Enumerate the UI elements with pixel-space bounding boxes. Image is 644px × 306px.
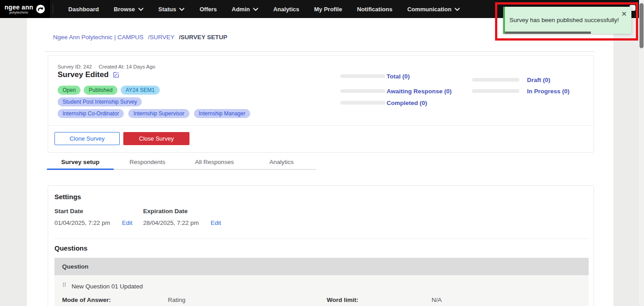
survey-summary-card: Survey ID: 242 Created At: 14 Days Ago S…: [48, 55, 594, 153]
mode-of-answer-label: Mode of Answer:: [62, 297, 111, 303]
breadcrumb-survey-link[interactable]: /SURVEY: [148, 34, 175, 41]
stat-bar-awaiting: [340, 89, 385, 93]
chevron-down-icon: [253, 6, 258, 13]
chevron-down-icon: [455, 6, 460, 13]
toast-progress-bar: [505, 32, 591, 34]
role-badge: Internship Co-Ordinator: [58, 109, 124, 118]
success-toast: Survey has been published successfully! …: [503, 7, 631, 34]
question-title: New Question 01 Updated: [72, 283, 143, 290]
tab-respondents[interactable]: Respondents: [114, 156, 181, 169]
settings-heading: Settings: [54, 193, 81, 201]
role-badge: Internship Supervisor: [128, 109, 189, 118]
stat-label-completed: Completed (0): [387, 100, 427, 106]
stat-bar-total: [340, 74, 385, 78]
breadcrumb-current: /SURVEY SETUP: [179, 34, 227, 41]
survey-id: Survey ID: 242: [58, 64, 92, 69]
survey-type-badge: Student Post Internship Survey: [58, 97, 142, 106]
nav-item-dashboard[interactable]: Dashboard: [68, 6, 99, 13]
stat-bar-draft: [472, 78, 519, 82]
clone-survey-button[interactable]: Clone Survey: [54, 132, 120, 145]
nav-separator: [53, 4, 53, 14]
stat-label-total: Total (0): [387, 73, 410, 80]
nav-item-notifications[interactable]: Notifications: [357, 6, 392, 13]
stat-bar-in-progress: [472, 89, 519, 93]
divider: [45, 51, 594, 52]
divider: [54, 238, 588, 239]
active-tab-indicator: [47, 169, 114, 170]
survey-title: Survey Edited: [58, 70, 108, 79]
status-badge-row: Open Published AY24 SEM1: [58, 86, 160, 95]
close-icon[interactable]: ✕: [621, 10, 627, 17]
status-badge: Published: [84, 86, 117, 95]
word-limit-label: Word limit:: [327, 297, 358, 303]
breadcrumb: Ngee Ann Polytechnic | CAMPUS /SURVEY /S…: [53, 34, 230, 41]
start-date-label: Start Date: [54, 208, 83, 215]
mode-of-answer-value: Rating: [168, 297, 185, 303]
nav-item-offers[interactable]: Offers: [199, 6, 216, 13]
type-badge-row: Student Post Internship Survey: [58, 97, 142, 106]
status-badge: Open: [58, 86, 81, 95]
stat-label-in-progress: In Progress (0): [527, 88, 570, 95]
start-date-value: 01/04/2025, 7:22 pm: [54, 219, 110, 226]
stat-label-draft: Draft (0): [527, 77, 550, 83]
word-limit-value: N/A: [432, 297, 442, 303]
logo-line2: polytechnic: [5, 11, 33, 14]
nav-items: Dashboard Browse Status Offers Admin Ana…: [68, 6, 460, 13]
page-scrollbar[interactable]: [639, 0, 644, 306]
tab-all-responses[interactable]: All Responses: [181, 156, 248, 169]
nav-item-my-profile[interactable]: My Profile: [314, 6, 342, 13]
toast-message: Survey has been published successfully!: [509, 17, 619, 23]
survey-meta: Survey ID: 242 Created At: 14 Days Ago: [58, 64, 161, 69]
question-row: ⠿ New Question 01 Updated Mode of Answer…: [54, 276, 589, 306]
tab-survey-setup[interactable]: Survey setup: [47, 156, 114, 169]
divider: [48, 125, 594, 126]
questions-heading: Questions: [54, 244, 87, 252]
edit-survey-title-icon[interactable]: [113, 71, 120, 78]
role-badge: Internship Manager: [194, 109, 250, 118]
edit-expiration-date-link[interactable]: Edit: [211, 219, 221, 226]
nav-item-communication[interactable]: Communication: [407, 6, 460, 13]
np-logo[interactable]: ngee ann polytechnic: [0, 0, 50, 18]
app-viewport: ngee ann polytechnic Dashboard Browse St…: [0, 0, 644, 306]
term-badge: AY24 SEM1: [121, 86, 159, 95]
tab-analytics[interactable]: Analytics: [248, 156, 315, 169]
survey-created-at: Created At: 14 Days Ago: [99, 64, 155, 69]
nav-item-browse[interactable]: Browse: [114, 6, 144, 13]
np-logo-icon: [36, 4, 45, 14]
stat-label-awaiting: Awaiting Response (0): [387, 88, 452, 95]
nav-item-admin[interactable]: Admin: [232, 6, 258, 13]
logo-line1: ngee ann: [5, 4, 33, 10]
question-table-header: Question: [54, 258, 589, 275]
survey-setup-card: Settings Start Date Expiration Date 01/0…: [48, 185, 594, 306]
role-badge-row: Internship Co-Ordinator Internship Super…: [58, 109, 250, 118]
nav-item-analytics[interactable]: Analytics: [273, 6, 299, 13]
expiration-date-value: 28/04/2025, 7:22 pm: [143, 219, 199, 226]
nav-item-status[interactable]: Status: [158, 6, 185, 13]
edit-start-date-link[interactable]: Edit: [122, 219, 132, 226]
drag-handle-icon[interactable]: ⠿: [62, 282, 66, 288]
chevron-down-icon: [138, 6, 144, 13]
stat-bar-completed: [340, 101, 385, 105]
tab-baseline: [114, 169, 316, 170]
chevron-down-icon: [179, 6, 185, 13]
expiration-date-label: Expiration Date: [143, 208, 188, 215]
scrollbar-thumb[interactable]: [639, 3, 644, 48]
close-survey-button[interactable]: Close Survey: [123, 132, 189, 145]
breadcrumb-root-link[interactable]: Ngee Ann Polytechnic | CAMPUS: [53, 34, 144, 41]
